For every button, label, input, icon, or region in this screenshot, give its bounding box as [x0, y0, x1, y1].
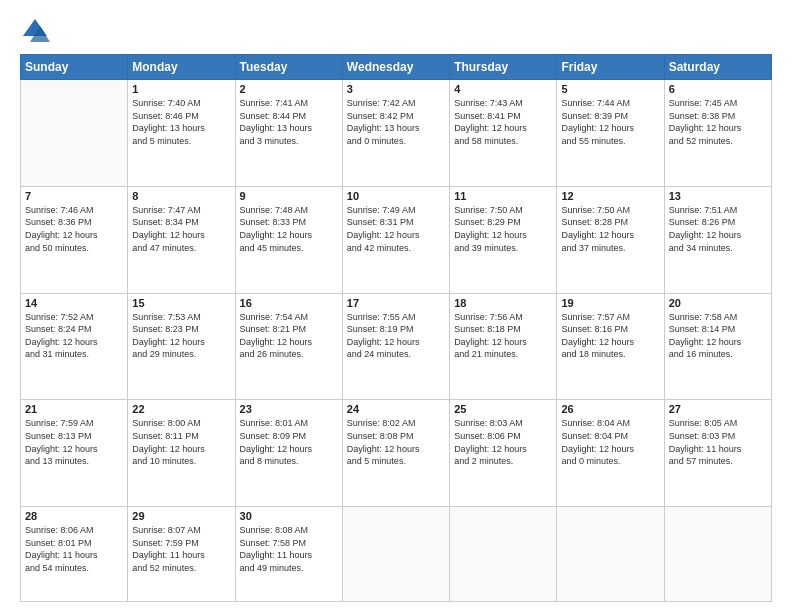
weekday-header-row: SundayMondayTuesdayWednesdayThursdayFrid…	[21, 55, 772, 80]
day-number: 4	[454, 83, 552, 95]
day-number: 20	[669, 297, 767, 309]
day-info: Sunrise: 8:02 AM Sunset: 8:08 PM Dayligh…	[347, 417, 445, 467]
logo	[20, 16, 54, 46]
day-info: Sunrise: 7:50 AM Sunset: 8:28 PM Dayligh…	[561, 204, 659, 254]
day-number: 30	[240, 510, 338, 522]
week-row-3: 14Sunrise: 7:52 AM Sunset: 8:24 PM Dayli…	[21, 293, 772, 400]
calendar-cell: 30Sunrise: 8:08 AM Sunset: 7:58 PM Dayli…	[235, 507, 342, 602]
day-info: Sunrise: 8:03 AM Sunset: 8:06 PM Dayligh…	[454, 417, 552, 467]
day-number: 18	[454, 297, 552, 309]
day-info: Sunrise: 7:57 AM Sunset: 8:16 PM Dayligh…	[561, 311, 659, 361]
calendar-cell: 17Sunrise: 7:55 AM Sunset: 8:19 PM Dayli…	[342, 293, 449, 400]
day-info: Sunrise: 7:51 AM Sunset: 8:26 PM Dayligh…	[669, 204, 767, 254]
day-number: 23	[240, 403, 338, 415]
day-number: 16	[240, 297, 338, 309]
day-number: 3	[347, 83, 445, 95]
day-number: 28	[25, 510, 123, 522]
day-info: Sunrise: 8:04 AM Sunset: 8:04 PM Dayligh…	[561, 417, 659, 467]
day-info: Sunrise: 7:44 AM Sunset: 8:39 PM Dayligh…	[561, 97, 659, 147]
calendar-cell	[557, 507, 664, 602]
day-number: 10	[347, 190, 445, 202]
day-info: Sunrise: 8:08 AM Sunset: 7:58 PM Dayligh…	[240, 524, 338, 574]
page: SundayMondayTuesdayWednesdayThursdayFrid…	[0, 0, 792, 612]
day-info: Sunrise: 7:59 AM Sunset: 8:13 PM Dayligh…	[25, 417, 123, 467]
calendar-cell: 11Sunrise: 7:50 AM Sunset: 8:29 PM Dayli…	[450, 186, 557, 293]
day-number: 11	[454, 190, 552, 202]
day-info: Sunrise: 7:46 AM Sunset: 8:36 PM Dayligh…	[25, 204, 123, 254]
day-number: 25	[454, 403, 552, 415]
calendar-cell: 9Sunrise: 7:48 AM Sunset: 8:33 PM Daylig…	[235, 186, 342, 293]
calendar-cell: 6Sunrise: 7:45 AM Sunset: 8:38 PM Daylig…	[664, 80, 771, 187]
weekday-header-tuesday: Tuesday	[235, 55, 342, 80]
day-number: 29	[132, 510, 230, 522]
day-info: Sunrise: 7:42 AM Sunset: 8:42 PM Dayligh…	[347, 97, 445, 147]
calendar-cell: 26Sunrise: 8:04 AM Sunset: 8:04 PM Dayli…	[557, 400, 664, 507]
day-number: 21	[25, 403, 123, 415]
day-info: Sunrise: 7:48 AM Sunset: 8:33 PM Dayligh…	[240, 204, 338, 254]
calendar-cell	[21, 80, 128, 187]
weekday-header-thursday: Thursday	[450, 55, 557, 80]
calendar-cell: 4Sunrise: 7:43 AM Sunset: 8:41 PM Daylig…	[450, 80, 557, 187]
week-row-2: 7Sunrise: 7:46 AM Sunset: 8:36 PM Daylig…	[21, 186, 772, 293]
week-row-5: 28Sunrise: 8:06 AM Sunset: 8:01 PM Dayli…	[21, 507, 772, 602]
calendar-cell	[664, 507, 771, 602]
calendar-cell: 12Sunrise: 7:50 AM Sunset: 8:28 PM Dayli…	[557, 186, 664, 293]
day-info: Sunrise: 7:58 AM Sunset: 8:14 PM Dayligh…	[669, 311, 767, 361]
weekday-header-wednesday: Wednesday	[342, 55, 449, 80]
calendar-cell: 14Sunrise: 7:52 AM Sunset: 8:24 PM Dayli…	[21, 293, 128, 400]
calendar-cell: 28Sunrise: 8:06 AM Sunset: 8:01 PM Dayli…	[21, 507, 128, 602]
day-number: 5	[561, 83, 659, 95]
day-info: Sunrise: 7:43 AM Sunset: 8:41 PM Dayligh…	[454, 97, 552, 147]
calendar-cell: 24Sunrise: 8:02 AM Sunset: 8:08 PM Dayli…	[342, 400, 449, 507]
day-number: 15	[132, 297, 230, 309]
week-row-4: 21Sunrise: 7:59 AM Sunset: 8:13 PM Dayli…	[21, 400, 772, 507]
weekday-header-friday: Friday	[557, 55, 664, 80]
day-number: 19	[561, 297, 659, 309]
calendar-cell: 23Sunrise: 8:01 AM Sunset: 8:09 PM Dayli…	[235, 400, 342, 507]
logo-icon	[20, 16, 50, 46]
calendar-cell: 25Sunrise: 8:03 AM Sunset: 8:06 PM Dayli…	[450, 400, 557, 507]
calendar-cell: 10Sunrise: 7:49 AM Sunset: 8:31 PM Dayli…	[342, 186, 449, 293]
day-number: 12	[561, 190, 659, 202]
calendar-cell: 8Sunrise: 7:47 AM Sunset: 8:34 PM Daylig…	[128, 186, 235, 293]
calendar-cell: 3Sunrise: 7:42 AM Sunset: 8:42 PM Daylig…	[342, 80, 449, 187]
day-info: Sunrise: 8:06 AM Sunset: 8:01 PM Dayligh…	[25, 524, 123, 574]
header	[20, 16, 772, 46]
day-info: Sunrise: 7:47 AM Sunset: 8:34 PM Dayligh…	[132, 204, 230, 254]
calendar-cell: 27Sunrise: 8:05 AM Sunset: 8:03 PM Dayli…	[664, 400, 771, 507]
day-info: Sunrise: 7:54 AM Sunset: 8:21 PM Dayligh…	[240, 311, 338, 361]
day-number: 8	[132, 190, 230, 202]
calendar-cell: 2Sunrise: 7:41 AM Sunset: 8:44 PM Daylig…	[235, 80, 342, 187]
day-info: Sunrise: 8:00 AM Sunset: 8:11 PM Dayligh…	[132, 417, 230, 467]
day-number: 1	[132, 83, 230, 95]
calendar-cell: 21Sunrise: 7:59 AM Sunset: 8:13 PM Dayli…	[21, 400, 128, 507]
calendar-cell: 19Sunrise: 7:57 AM Sunset: 8:16 PM Dayli…	[557, 293, 664, 400]
day-info: Sunrise: 7:52 AM Sunset: 8:24 PM Dayligh…	[25, 311, 123, 361]
calendar-cell: 13Sunrise: 7:51 AM Sunset: 8:26 PM Dayli…	[664, 186, 771, 293]
day-number: 17	[347, 297, 445, 309]
calendar-cell	[342, 507, 449, 602]
calendar-cell: 5Sunrise: 7:44 AM Sunset: 8:39 PM Daylig…	[557, 80, 664, 187]
day-number: 13	[669, 190, 767, 202]
day-info: Sunrise: 7:40 AM Sunset: 8:46 PM Dayligh…	[132, 97, 230, 147]
day-number: 7	[25, 190, 123, 202]
day-number: 14	[25, 297, 123, 309]
calendar-cell	[450, 507, 557, 602]
day-info: Sunrise: 8:07 AM Sunset: 7:59 PM Dayligh…	[132, 524, 230, 574]
day-number: 27	[669, 403, 767, 415]
calendar-cell: 7Sunrise: 7:46 AM Sunset: 8:36 PM Daylig…	[21, 186, 128, 293]
day-number: 26	[561, 403, 659, 415]
calendar-cell: 29Sunrise: 8:07 AM Sunset: 7:59 PM Dayli…	[128, 507, 235, 602]
day-number: 22	[132, 403, 230, 415]
day-info: Sunrise: 7:41 AM Sunset: 8:44 PM Dayligh…	[240, 97, 338, 147]
day-info: Sunrise: 8:01 AM Sunset: 8:09 PM Dayligh…	[240, 417, 338, 467]
day-info: Sunrise: 7:49 AM Sunset: 8:31 PM Dayligh…	[347, 204, 445, 254]
calendar-cell: 15Sunrise: 7:53 AM Sunset: 8:23 PM Dayli…	[128, 293, 235, 400]
day-info: Sunrise: 7:53 AM Sunset: 8:23 PM Dayligh…	[132, 311, 230, 361]
day-number: 24	[347, 403, 445, 415]
weekday-header-monday: Monday	[128, 55, 235, 80]
weekday-header-saturday: Saturday	[664, 55, 771, 80]
day-number: 9	[240, 190, 338, 202]
calendar-cell: 22Sunrise: 8:00 AM Sunset: 8:11 PM Dayli…	[128, 400, 235, 507]
day-info: Sunrise: 7:56 AM Sunset: 8:18 PM Dayligh…	[454, 311, 552, 361]
